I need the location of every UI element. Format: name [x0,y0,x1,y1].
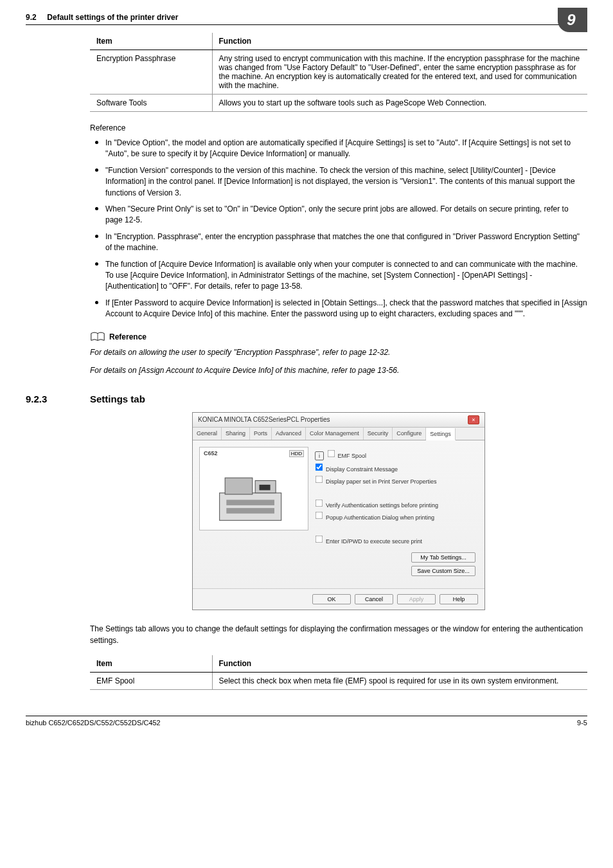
subsection-heading: 9.2.3 Settings tab [26,393,587,404]
ok-button[interactable]: OK [312,594,351,604]
reference-line-1: For details on allowing the user to spec… [90,347,587,359]
svg-rect-1 [225,478,253,494]
my-tab-settings-button[interactable]: My Tab Settings... [411,552,475,563]
table1-func-1: Allows you to start up the software tool… [212,95,587,112]
help-button[interactable]: Help [440,594,478,604]
preview-model-label: C652 [204,450,218,457]
section-title: Default settings of the printer driver [47,13,178,22]
footer-left: bizhub C652/C652DS/C552/C552DS/C452 [26,719,161,727]
list-item: When "Secure Print Only" is set to "On" … [90,204,587,226]
reference-block: Reference For details on allowing the us… [90,331,587,376]
list-item: If [Enter Password to acquire Device Inf… [90,298,587,320]
tab-ports[interactable]: Ports [250,428,272,440]
table2-item-0: EMF Spool [90,672,212,689]
apply-button[interactable]: Apply [397,594,436,604]
reference-heading: Reference [90,123,587,132]
check-emf-spool[interactable]: i EMF Spool [315,449,478,460]
tab-security[interactable]: Security [364,428,393,440]
save-custom-size-button[interactable]: Save Custom Size... [411,566,475,576]
check-display-constraint[interactable]: Display Constraint Message [315,463,478,473]
main-content: Item Function Encryption Passphrase Any … [90,33,587,690]
tab-configure[interactable]: Configure [393,428,426,440]
table-row: EMF Spool Select this check box when met… [90,672,587,689]
footer: bizhub C652/C652DS/C552/C552DS/C452 9-5 [26,716,587,727]
check-enter-idpwd[interactable]: Enter ID/PWD to execute secure print [315,535,478,545]
list-item: The function of [Acquire Device Informat… [90,259,587,293]
dialog-title-text: KONICA MINOLTA C652SeriesPCL Properties [198,416,330,423]
printer-icon [213,466,295,527]
table2-head-item: Item [90,655,212,673]
table1-head-function: Function [212,33,587,50]
properties-dialog: KONICA MINOLTA C652SeriesPCL Properties … [192,412,485,610]
table1-head-item: Item [90,33,212,50]
table2-head-function: Function [212,655,587,673]
spec-table-2: Item Function EMF Spool Select this chec… [90,655,587,690]
header-rule: 9.2 Default settings of the printer driv… [26,13,587,25]
tab-advanced[interactable]: Advanced [272,428,306,440]
reference-line-2: For details on [Assign Account to Acquir… [90,365,587,377]
svg-rect-4 [226,508,274,514]
svg-rect-5 [260,485,271,491]
cancel-button[interactable]: Cancel [355,594,393,604]
section-number: 9.2 [26,13,37,22]
tab-general[interactable]: General [193,428,222,440]
svg-rect-3 [226,500,274,505]
list-item: "Function Version" corresponds to the ve… [90,165,587,199]
table-row: Software Tools Allows you to start up th… [90,95,587,112]
tab-settings[interactable]: Settings [426,428,456,440]
table-row: Encryption Passphrase Any string used to… [90,50,587,95]
table2-func-0: Select this check box when meta file (EM… [212,672,587,689]
reference-block-title: Reference [109,332,147,341]
subsection-title: Settings tab [90,393,145,404]
close-icon[interactable]: × [468,415,479,424]
check-display-paper[interactable]: Display paper set in Print Server Proper… [315,475,478,485]
spec-table-1: Item Function Encryption Passphrase Any … [90,33,587,112]
dialog-tabs: General Sharing Ports Advanced Color Man… [193,428,484,440]
settings-description: The Settings tab allows you to change th… [90,623,587,646]
svg-rect-0 [220,493,281,521]
hdd-badge: HDD [289,450,304,457]
table1-item-1: Software Tools [90,95,212,112]
chapter-badge: 9 [558,8,587,32]
table1-item-0: Encryption Passphrase [90,50,212,95]
list-item: In "Encryption. Passphrase", enter the e… [90,231,587,254]
list-item: In "Device Option", the model and option… [90,138,587,160]
tab-sharing[interactable]: Sharing [222,428,250,440]
subsection-number: 9.2.3 [26,393,71,404]
book-icon [90,331,105,343]
reference-list: In "Device Option", the model and option… [90,138,587,320]
table1-func-0: Any string used to encrypt communication… [212,50,587,95]
footer-right: 9-5 [577,719,587,727]
info-icon: i [315,451,324,460]
tab-color-management[interactable]: Color Management [306,428,364,440]
device-preview: C652 HDD [199,447,308,530]
check-popup-auth[interactable]: Popup Authentication Dialog when printin… [315,511,478,521]
check-verify-auth[interactable]: Verify Authentication settings before pr… [315,499,478,509]
